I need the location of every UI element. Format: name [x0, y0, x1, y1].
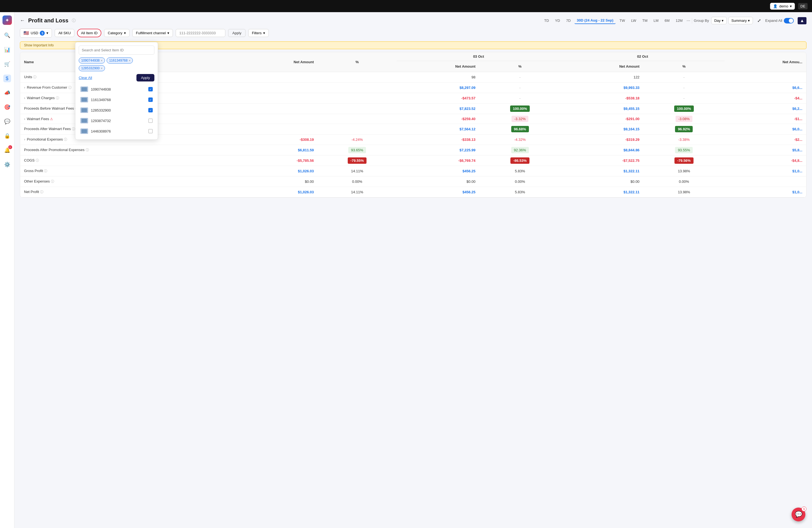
- time-btn-yd[interactable]: YD: [553, 17, 562, 24]
- sidebar-item-search[interactable]: 🔍: [3, 31, 11, 39]
- sidebar-item-settings[interactable]: ⚙️: [3, 161, 11, 168]
- item-id-filter[interactable]: All Item ID: [77, 29, 101, 37]
- cell-oct2-revenue: $9,993.33: [561, 83, 643, 93]
- cell-oct3-charges: -$473.57: [396, 93, 479, 104]
- time-btn-tw[interactable]: TW: [617, 17, 627, 24]
- selected-tags-container: 1090744938 × 1161349768 × 1285332900 ×: [79, 57, 155, 71]
- cell-net-proceeds-after-promo: $6,811.59: [235, 145, 318, 156]
- sidebar-item-orders[interactable]: 🛒: [3, 60, 11, 68]
- page-info-icon[interactable]: ⓘ: [72, 18, 76, 23]
- cell-oct3-pct-net-profit: 5.83%: [479, 187, 561, 197]
- item-row-1293874732[interactable]: 1293874732: [79, 116, 155, 126]
- seller-id-input[interactable]: [176, 29, 226, 37]
- cell-extra-charges: -$4...: [725, 93, 806, 104]
- item-row-1285332900[interactable]: 1285332900: [79, 105, 155, 115]
- app-layout: ✦ 🔍 📊 🛒 $ 📣 🎯 💬 🔒 🔔 1 ⚙️ ← Profit and Lo…: [0, 12, 812, 528]
- sidebar-item-financials[interactable]: $: [3, 75, 11, 82]
- time-btn-lw[interactable]: LW: [629, 17, 639, 24]
- scroll-up-button[interactable]: ▲: [798, 17, 807, 24]
- tag-label-1090744938: 1090744938: [81, 59, 100, 62]
- item-label-1161349768: 1161349768: [91, 98, 146, 102]
- cell-oct3-other-expenses: $0.00: [396, 176, 479, 187]
- cell-oct2-pct-units: -: [643, 72, 724, 83]
- chat-button[interactable]: 💬 1: [792, 508, 806, 522]
- cell-pct-other-expenses: 0.00%: [318, 176, 396, 187]
- item-checkbox-1090744938[interactable]: [148, 87, 153, 91]
- summary-label: Summary: [731, 18, 747, 23]
- time-btn-lm[interactable]: LM: [651, 17, 661, 24]
- item-checkbox-1161349768[interactable]: [148, 98, 153, 102]
- fulfillment-chevron: ▾: [168, 31, 169, 35]
- sidebar-item-advertising[interactable]: 📣: [3, 89, 11, 97]
- back-button[interactable]: ←: [20, 18, 25, 24]
- sku-filter[interactable]: All SKU: [55, 29, 74, 37]
- item-checkbox-1293874732[interactable]: [148, 118, 153, 123]
- cell-oct3-pct-proceeds-after-promo: 92.36%: [479, 145, 561, 156]
- time-btn-12m[interactable]: 12M: [673, 17, 685, 24]
- currency-filter[interactable]: 🇺🇸 USD $ ▾: [20, 28, 52, 38]
- item-row-1090744938[interactable]: 1090744938: [79, 84, 155, 94]
- sidebar-item-notifications[interactable]: 🔔 1: [3, 146, 11, 154]
- col-oct2-net: Net Amount: [561, 61, 643, 72]
- item-icon-1090744938: [81, 86, 88, 92]
- sidebar-item-reviews[interactable]: 💬: [3, 118, 11, 126]
- time-btn-tm[interactable]: TM: [640, 17, 650, 24]
- user-chevron-icon: ▾: [790, 4, 792, 8]
- sidebar-item-dashboard[interactable]: 📊: [3, 46, 11, 54]
- tag-close-1161349768[interactable]: ×: [129, 59, 130, 62]
- time-btn-6m[interactable]: 6M: [662, 17, 672, 24]
- cell-oct2-charges: -$538.18: [561, 93, 643, 104]
- language-button[interactable]: DE: [798, 3, 808, 10]
- time-btn-30d[interactable]: 30D (24 Aug - 22 Sep): [575, 17, 615, 24]
- chat-badge: 1: [801, 507, 807, 511]
- more-options-icon[interactable]: ···: [686, 18, 690, 23]
- cell-extra-gross-profit: $1,0...: [725, 166, 806, 176]
- item-checkbox-1446308976[interactable]: [148, 129, 153, 133]
- cell-oct3-proceeds-before: $7,823.52: [396, 104, 479, 114]
- item-list: 1090744938 1161349768 1285332900 1293874…: [79, 84, 155, 136]
- tag-close-1090744938[interactable]: ×: [101, 59, 102, 62]
- cell-oct2-proceeds-after-wf: $9,164.15: [561, 124, 643, 134]
- cell-pct-cogs: -79.55%: [318, 156, 396, 166]
- col-group-oct3: 03 Oct: [396, 52, 561, 61]
- item-icon-1161349768: [81, 97, 88, 102]
- currency-label: USD: [31, 31, 38, 35]
- clear-all-button[interactable]: Clear All: [79, 76, 92, 80]
- item-row-1446308976[interactable]: 1446308976: [79, 126, 155, 136]
- external-link-button[interactable]: ⤢: [755, 17, 764, 25]
- user-menu-button[interactable]: 👤 demo ▾: [770, 3, 795, 10]
- cell-oct2-pct-net-profit: 13.98%: [643, 187, 724, 197]
- summary-select[interactable]: Summary ▾: [728, 17, 753, 24]
- sidebar-item-lock[interactable]: 🔒: [3, 132, 11, 140]
- dropdown-apply-button[interactable]: Apply: [136, 74, 155, 82]
- cell-extra-other-expenses: [725, 176, 806, 187]
- cell-pct-charges: [318, 93, 396, 104]
- cell-net-net-profit: $1,026.03: [235, 187, 318, 197]
- tag-1090744938: 1090744938 ×: [79, 57, 105, 63]
- group-by-chevron: ▾: [722, 18, 724, 23]
- expand-all-switch[interactable]: [784, 18, 794, 24]
- tag-close-1285332900[interactable]: ×: [101, 67, 102, 70]
- group-by-select[interactable]: Day ▾: [711, 17, 727, 24]
- cell-oct2-proceeds-after-promo: $8,844.86: [561, 145, 643, 156]
- cell-oct2-pct-promo: -3.38%: [643, 134, 724, 145]
- item-checkbox-1285332900[interactable]: [148, 108, 153, 113]
- cell-oct2-pct-walmart-fees: -3.08%: [643, 114, 724, 124]
- time-btn-7d[interactable]: 7D: [564, 17, 573, 24]
- fulfillment-filter[interactable]: Fulfillment channel ▾: [132, 29, 173, 37]
- apply-button[interactable]: Apply: [228, 29, 246, 37]
- cell-pct-net-profit: 14.11%: [318, 187, 396, 197]
- item-label-1090744938: 1090744938: [91, 87, 146, 91]
- category-filter[interactable]: Category ▾: [104, 29, 130, 37]
- sidebar-item-targeting[interactable]: 🎯: [3, 103, 11, 111]
- cell-name-proceeds-after-promo: Proceeds After Promotional Expenses ⓘ: [20, 145, 235, 156]
- item-row-1161349768[interactable]: 1161349768: [79, 95, 155, 105]
- group-by-section: Group By Day ▾: [694, 17, 727, 24]
- item-id-search-input[interactable]: [79, 46, 155, 55]
- currency-chevron: ▾: [46, 31, 48, 35]
- sidebar-logo[interactable]: ✦: [2, 15, 12, 25]
- item-icon-1446308976: [81, 128, 88, 134]
- filters-button[interactable]: Filters ▾: [248, 29, 269, 37]
- cell-oct3-revenue: $8,297.09: [396, 83, 479, 93]
- time-btn-td[interactable]: TD: [542, 17, 551, 24]
